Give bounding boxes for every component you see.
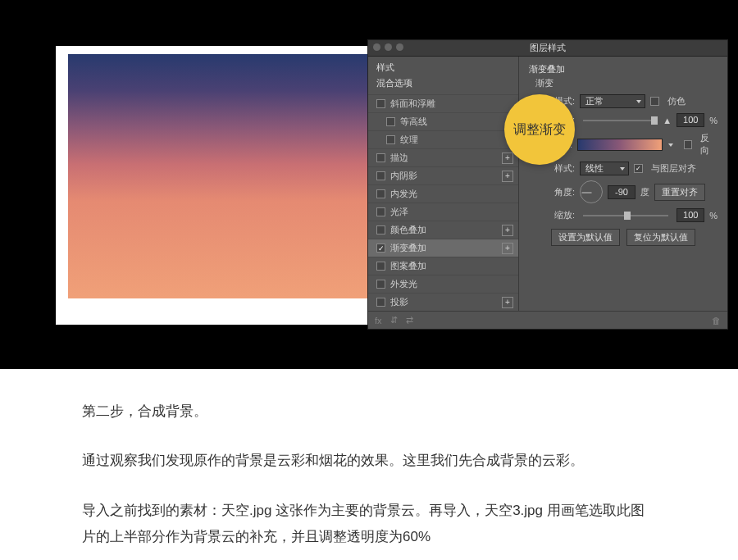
reset-default-button[interactable]: 复位为默认值 <box>626 229 695 246</box>
scale-slider[interactable] <box>583 215 668 216</box>
settings-column: 渐变叠加 渐变 混合模式: 正常 仿色 不透明度: ▲ 100 % 渐变: <box>519 57 727 311</box>
style-checkbox[interactable] <box>376 207 385 216</box>
gradient-preview <box>68 54 380 298</box>
style-row-7[interactable]: 颜色叠加+ <box>368 221 518 239</box>
style-label: 外发光 <box>390 278 417 290</box>
dither-label: 仿色 <box>667 95 686 107</box>
arrow-exchange-icon[interactable]: ⇄ <box>406 315 413 326</box>
realign-button[interactable]: 重置对齐 <box>654 184 705 201</box>
style-checkbox[interactable] <box>376 298 385 307</box>
align-label: 与图层对齐 <box>651 162 696 175</box>
style-checkbox[interactable] <box>376 171 385 180</box>
style-row-0[interactable]: 斜面和浮雕 <box>368 94 518 112</box>
style-checkbox[interactable] <box>376 244 385 253</box>
style-checkbox[interactable] <box>376 189 385 198</box>
angle-input[interactable]: -90 <box>608 185 636 199</box>
dialog-title: 图层样式 <box>530 42 566 54</box>
group-subtitle: 渐变 <box>529 77 718 89</box>
angle-row: 角度: -90 度 重置对齐 <box>529 180 718 203</box>
dialog-titlebar[interactable]: 图层样式 <box>368 40 727 57</box>
style-label: 图案叠加 <box>390 260 426 272</box>
style-row-9[interactable]: 图案叠加 <box>368 257 518 275</box>
layer-style-dialog: 图层样式 样式 混合选项 斜面和浮雕等高线纹理描边+内阴影+内发光光泽颜色叠加+… <box>367 39 728 330</box>
style-row-5[interactable]: 内发光 <box>368 184 518 203</box>
group-title: 渐变叠加 <box>529 63 718 75</box>
set-default-button[interactable]: 设置为默认值 <box>551 229 620 246</box>
style-row-10[interactable]: 外发光 <box>368 275 518 293</box>
scale-input[interactable]: 100 <box>676 208 704 222</box>
blend-options-row[interactable]: 混合选项 <box>368 75 518 94</box>
style-label: 投影 <box>390 296 408 308</box>
style-row-1[interactable]: 等高线 <box>368 112 518 130</box>
style-label: 内阴影 <box>390 170 417 182</box>
dialog-footer: fx ⇵ ⇄ 🗑 <box>368 311 727 329</box>
scale-row: 缩放: 100 % <box>529 208 718 222</box>
angle-label: 角度: <box>529 186 575 198</box>
article-p3: 导入之前找到的素材：天空.jpg 这张作为主要的背景云。再导入，天空3.jpg … <box>82 498 656 551</box>
annotation-callout: 调整渐变 <box>504 94 575 165</box>
canvas-preview <box>56 46 392 325</box>
style-row: 样式: 线性 与图层对齐 <box>529 162 718 175</box>
add-effect-button[interactable]: + <box>502 297 513 308</box>
screenshot-area: 调整渐变 图层样式 样式 混合选项 斜面和浮雕等高线纹理描边+内阴影+内发光光泽… <box>0 0 738 369</box>
add-effect-button[interactable]: + <box>502 153 513 164</box>
dither-checkbox[interactable] <box>650 97 659 106</box>
opacity-slider[interactable] <box>583 120 654 121</box>
style-checkbox[interactable] <box>376 153 385 162</box>
fx-icon[interactable]: fx <box>375 316 382 326</box>
scale-label: 缩放: <box>529 209 575 221</box>
style-label: 光泽 <box>390 206 408 218</box>
style-row-6[interactable]: 光泽 <box>368 203 518 221</box>
add-effect-button[interactable]: + <box>502 171 513 182</box>
reverse-label: 反向 <box>700 132 718 157</box>
opacity-input[interactable]: 100 <box>676 113 704 127</box>
style-checkbox[interactable] <box>376 262 385 271</box>
style-label: 颜色叠加 <box>390 224 426 236</box>
maximize-icon[interactable] <box>396 43 403 51</box>
angle-dial[interactable] <box>580 180 603 203</box>
styles-header[interactable]: 样式 <box>368 57 518 75</box>
style-row-4[interactable]: 内阴影+ <box>368 166 518 184</box>
window-controls[interactable] <box>373 43 403 51</box>
reverse-checkbox[interactable] <box>684 140 693 149</box>
style-label: 等高线 <box>400 116 427 128</box>
blend-mode-dropdown[interactable]: 正常 <box>580 94 645 108</box>
style-label: 斜面和浮雕 <box>390 98 435 110</box>
article-p2: 通过观察我们发现原作的背景是云彩和烟花的效果。这里我们先合成背景的云彩。 <box>82 448 656 474</box>
article-body: 第二步，合成背景。 通过观察我们发现原作的背景是云彩和烟花的效果。这里我们先合成… <box>0 369 738 560</box>
styles-column: 样式 混合选项 斜面和浮雕等高线纹理描边+内阴影+内发光光泽颜色叠加+渐变叠加+… <box>368 57 519 311</box>
style-checkbox[interactable] <box>386 117 395 126</box>
annotation-label: 调整渐变 <box>513 121 566 139</box>
style-checkbox[interactable] <box>386 135 395 144</box>
style-label: 渐变叠加 <box>390 242 426 254</box>
add-effect-button[interactable]: + <box>502 243 513 254</box>
trash-icon[interactable]: 🗑 <box>712 316 721 326</box>
minimize-icon[interactable] <box>385 43 392 51</box>
style-checkbox[interactable] <box>376 225 385 234</box>
close-icon[interactable] <box>373 43 380 51</box>
style-label: 描边 <box>390 152 408 164</box>
style-row-3[interactable]: 描边+ <box>368 148 518 166</box>
style-label: 内发光 <box>390 188 417 200</box>
style-row-11[interactable]: 投影+ <box>368 293 518 311</box>
style-checkbox[interactable] <box>376 99 385 108</box>
style-checkbox[interactable] <box>376 280 385 289</box>
style-dropdown[interactable]: 线性 <box>580 162 629 175</box>
align-checkbox[interactable] <box>634 164 643 173</box>
style-row-8[interactable]: 渐变叠加+ <box>368 239 518 257</box>
style-label: 纹理 <box>400 134 418 146</box>
arrow-up-down-icon[interactable]: ⇵ <box>390 315 398 326</box>
article-p1: 第二步，合成背景。 <box>82 398 656 425</box>
style-row-2[interactable]: 纹理 <box>368 130 518 148</box>
gradient-picker[interactable] <box>577 139 663 151</box>
add-effect-button[interactable]: + <box>502 225 513 236</box>
